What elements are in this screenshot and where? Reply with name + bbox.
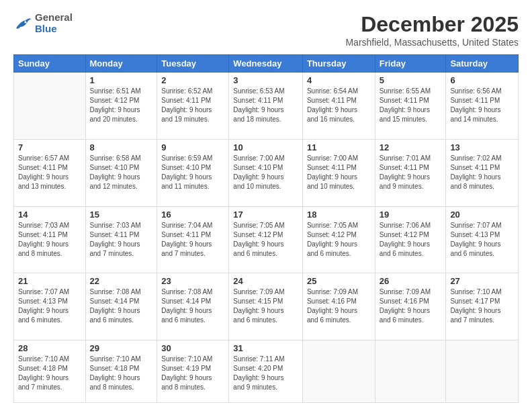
day-number: 27 <box>450 276 514 286</box>
day-number: 11 <box>307 142 371 152</box>
table-row <box>375 340 446 403</box>
day-number: 22 <box>90 276 153 286</box>
col-tuesday: Tuesday <box>157 55 229 73</box>
table-row: 5Sunrise: 6:55 AM Sunset: 4:11 PM Daylig… <box>375 73 446 140</box>
table-row: 31Sunrise: 7:11 AM Sunset: 4:20 PM Dayli… <box>229 340 303 403</box>
calendar-table: Sunday Monday Tuesday Wednesday Thursday… <box>13 54 519 403</box>
table-row: 28Sunrise: 7:10 AM Sunset: 4:18 PM Dayli… <box>14 340 86 403</box>
day-number: 12 <box>380 142 442 152</box>
day-info: Sunrise: 7:05 AM Sunset: 4:12 PM Dayligh… <box>307 221 371 259</box>
day-info: Sunrise: 7:06 AM Sunset: 4:12 PM Dayligh… <box>380 221 442 259</box>
table-row: 23Sunrise: 7:08 AM Sunset: 4:14 PM Dayli… <box>157 273 229 340</box>
logo-name: General Blue <box>35 12 73 34</box>
day-number: 7 <box>18 142 81 152</box>
table-row: 22Sunrise: 7:08 AM Sunset: 4:14 PM Dayli… <box>85 273 157 340</box>
day-info: Sunrise: 6:52 AM Sunset: 4:11 PM Dayligh… <box>161 87 224 124</box>
col-wednesday: Wednesday <box>229 55 303 73</box>
col-thursday: Thursday <box>302 55 375 73</box>
day-number: 1 <box>90 75 153 85</box>
header-row: Sunday Monday Tuesday Wednesday Thursday… <box>14 55 519 73</box>
table-row: 15Sunrise: 7:03 AM Sunset: 4:11 PM Dayli… <box>85 206 157 273</box>
day-info: Sunrise: 6:58 AM Sunset: 4:10 PM Dayligh… <box>90 154 153 191</box>
day-number: 5 <box>380 75 442 85</box>
day-info: Sunrise: 7:02 AM Sunset: 4:11 PM Dayligh… <box>450 154 514 191</box>
table-row <box>14 73 86 140</box>
header: General Blue December 2025 Marshfield, M… <box>13 12 519 48</box>
day-info: Sunrise: 7:05 AM Sunset: 4:12 PM Dayligh… <box>233 221 298 259</box>
table-row: 3Sunrise: 6:53 AM Sunset: 4:11 PM Daylig… <box>229 73 303 140</box>
day-number: 2 <box>161 75 224 85</box>
day-number: 8 <box>90 142 153 152</box>
table-row: 13Sunrise: 7:02 AM Sunset: 4:11 PM Dayli… <box>446 139 519 206</box>
day-info: Sunrise: 6:53 AM Sunset: 4:11 PM Dayligh… <box>233 87 298 124</box>
day-number: 9 <box>161 142 224 152</box>
col-saturday: Saturday <box>446 55 519 73</box>
col-sunday: Sunday <box>14 55 86 73</box>
logo: General Blue <box>13 12 73 34</box>
day-number: 25 <box>307 276 371 286</box>
logo-blue: Blue <box>35 24 73 35</box>
day-info: Sunrise: 7:09 AM Sunset: 4:15 PM Dayligh… <box>233 287 298 325</box>
day-number: 24 <box>233 276 298 286</box>
table-row: 12Sunrise: 7:01 AM Sunset: 4:11 PM Dayli… <box>375 139 446 206</box>
day-number: 14 <box>18 210 81 220</box>
day-info: Sunrise: 7:08 AM Sunset: 4:14 PM Dayligh… <box>161 287 224 325</box>
day-info: Sunrise: 7:01 AM Sunset: 4:11 PM Dayligh… <box>380 154 442 191</box>
table-row: 6Sunrise: 6:56 AM Sunset: 4:11 PM Daylig… <box>446 73 519 140</box>
day-info: Sunrise: 6:51 AM Sunset: 4:12 PM Dayligh… <box>90 87 153 124</box>
table-row: 18Sunrise: 7:05 AM Sunset: 4:12 PM Dayli… <box>302 206 375 273</box>
day-info: Sunrise: 7:03 AM Sunset: 4:11 PM Dayligh… <box>18 221 81 259</box>
day-number: 19 <box>380 210 442 220</box>
day-number: 21 <box>18 276 81 286</box>
day-info: Sunrise: 6:55 AM Sunset: 4:11 PM Dayligh… <box>380 87 442 124</box>
day-number: 20 <box>450 210 514 220</box>
table-row: 14Sunrise: 7:03 AM Sunset: 4:11 PM Dayli… <box>14 206 86 273</box>
day-number: 26 <box>380 276 442 286</box>
day-info: Sunrise: 7:11 AM Sunset: 4:20 PM Dayligh… <box>233 355 298 392</box>
day-info: Sunrise: 7:00 AM Sunset: 4:10 PM Dayligh… <box>233 154 298 191</box>
title-block: December 2025 Marshfield, Massachusetts,… <box>345 12 519 48</box>
table-row: 10Sunrise: 7:00 AM Sunset: 4:10 PM Dayli… <box>229 139 303 206</box>
day-number: 13 <box>450 142 514 152</box>
day-info: Sunrise: 7:10 AM Sunset: 4:18 PM Dayligh… <box>18 355 81 392</box>
table-row <box>446 340 519 403</box>
col-monday: Monday <box>85 55 157 73</box>
day-number: 28 <box>18 343 81 353</box>
table-row: 9Sunrise: 6:59 AM Sunset: 4:10 PM Daylig… <box>157 139 229 206</box>
day-number: 6 <box>450 75 514 85</box>
table-row: 30Sunrise: 7:10 AM Sunset: 4:19 PM Dayli… <box>157 340 229 403</box>
table-row: 27Sunrise: 7:10 AM Sunset: 4:17 PM Dayli… <box>446 273 519 340</box>
table-row: 8Sunrise: 6:58 AM Sunset: 4:10 PM Daylig… <box>85 139 157 206</box>
table-row: 21Sunrise: 7:07 AM Sunset: 4:13 PM Dayli… <box>14 273 86 340</box>
logo-icon <box>13 16 32 31</box>
day-number: 30 <box>161 343 224 353</box>
table-row: 29Sunrise: 7:10 AM Sunset: 4:18 PM Dayli… <box>85 340 157 403</box>
day-number: 29 <box>90 343 153 353</box>
day-info: Sunrise: 6:54 AM Sunset: 4:11 PM Dayligh… <box>307 87 371 124</box>
location: Marshfield, Massachusetts, United States <box>345 37 519 48</box>
table-row: 25Sunrise: 7:09 AM Sunset: 4:16 PM Dayli… <box>302 273 375 340</box>
day-info: Sunrise: 7:09 AM Sunset: 4:16 PM Dayligh… <box>307 287 371 325</box>
day-number: 18 <box>307 210 371 220</box>
table-row: 16Sunrise: 7:04 AM Sunset: 4:11 PM Dayli… <box>157 206 229 273</box>
day-info: Sunrise: 7:03 AM Sunset: 4:11 PM Dayligh… <box>90 221 153 259</box>
table-row: 20Sunrise: 7:07 AM Sunset: 4:13 PM Dayli… <box>446 206 519 273</box>
table-row: 4Sunrise: 6:54 AM Sunset: 4:11 PM Daylig… <box>302 73 375 140</box>
month-title: December 2025 <box>345 12 519 37</box>
table-row: 7Sunrise: 6:57 AM Sunset: 4:11 PM Daylig… <box>14 139 86 206</box>
calendar-page: General Blue December 2025 Marshfield, M… <box>0 0 532 411</box>
day-info: Sunrise: 6:57 AM Sunset: 4:11 PM Dayligh… <box>18 154 81 191</box>
day-info: Sunrise: 7:07 AM Sunset: 4:13 PM Dayligh… <box>450 221 514 259</box>
day-info: Sunrise: 7:07 AM Sunset: 4:13 PM Dayligh… <box>18 287 81 325</box>
day-info: Sunrise: 7:10 AM Sunset: 4:19 PM Dayligh… <box>161 355 224 392</box>
table-row: 26Sunrise: 7:09 AM Sunset: 4:16 PM Dayli… <box>375 273 446 340</box>
day-info: Sunrise: 7:04 AM Sunset: 4:11 PM Dayligh… <box>161 221 224 259</box>
day-number: 23 <box>161 276 224 286</box>
table-row <box>302 340 375 403</box>
day-number: 16 <box>161 210 224 220</box>
day-number: 3 <box>233 75 298 85</box>
day-info: Sunrise: 7:00 AM Sunset: 4:11 PM Dayligh… <box>307 154 371 191</box>
table-row: 19Sunrise: 7:06 AM Sunset: 4:12 PM Dayli… <box>375 206 446 273</box>
table-row: 24Sunrise: 7:09 AM Sunset: 4:15 PM Dayli… <box>229 273 303 340</box>
table-row: 17Sunrise: 7:05 AM Sunset: 4:12 PM Dayli… <box>229 206 303 273</box>
